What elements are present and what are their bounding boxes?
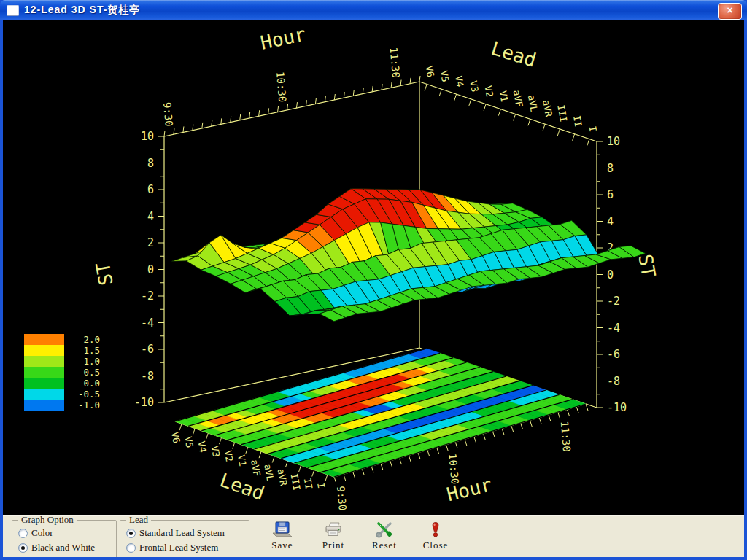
red-exclamation-icon (426, 521, 445, 538)
svg-text:V1: V1 (498, 90, 510, 103)
svg-text:Hour: Hour (258, 23, 307, 54)
floppy-disk-icon (273, 521, 292, 538)
svg-text:-4: -4 (607, 322, 620, 335)
svg-text:-2: -2 (607, 295, 620, 308)
svg-text:Lead: Lead (489, 37, 539, 71)
svg-text:0.5: 0.5 (83, 367, 100, 378)
svg-text:I: I (587, 125, 599, 133)
svg-text:aVR: aVR (275, 468, 289, 487)
radio-black-and-white-label: Black and White (31, 542, 95, 553)
plot-canvas[interactable]: 9:3010:3011:30V6V5V4V3V2V1aVFaVLaVRIIIII… (3, 20, 744, 515)
svg-text:4: 4 (147, 210, 154, 223)
svg-text:-1.0: -1.0 (78, 400, 100, 411)
close-button[interactable]: Close (410, 518, 461, 555)
save-button[interactable]: Save (257, 518, 308, 555)
svg-text:-2: -2 (141, 289, 154, 303)
svg-text:V5: V5 (438, 70, 451, 83)
svg-text:V4: V4 (196, 440, 209, 454)
print-button[interactable]: Print (308, 518, 359, 555)
svg-text:V2: V2 (482, 85, 495, 98)
graph-option-title: Graph Option (18, 515, 77, 526)
svg-text:1.0: 1.0 (83, 356, 100, 367)
color-legend: 2.01.51.00.50.0-0.5-1.0 (24, 334, 100, 411)
control-panel: Graph Option Color Black and White Lead … (3, 515, 744, 557)
svg-text:III: III (289, 472, 303, 491)
svg-text:2.0: 2.0 (83, 334, 100, 345)
close-window-button[interactable]: × (718, 3, 742, 20)
svg-text:aVL: aVL (526, 94, 540, 113)
application-window: 12-Lead 3D ST-贺桂亭 × 9:3010:3011:30V6V5V4… (0, 0, 747, 560)
svg-text:10: 10 (141, 130, 154, 143)
svg-text:0: 0 (607, 268, 614, 281)
svg-text:1.5: 1.5 (83, 345, 100, 356)
graph-option-groupbox: Graph Option Color Black and White (12, 520, 117, 557)
svg-text:9:30: 9:30 (335, 486, 349, 511)
svg-text:4: 4 (607, 215, 614, 228)
radio-color[interactable]: Color (18, 527, 116, 539)
svg-text:aVL: aVL (262, 463, 276, 482)
reset-button[interactable]: Reset (359, 518, 410, 555)
print-label: Print (322, 540, 344, 551)
svg-text:ST: ST (92, 260, 117, 287)
svg-text:10: 10 (607, 135, 620, 148)
svg-text:-10: -10 (134, 396, 154, 409)
svg-text:V5: V5 (182, 435, 195, 448)
radio-standard-label: Standard Lead System (139, 527, 225, 539)
svg-text:I: I (315, 482, 327, 489)
svg-text:-6: -6 (607, 348, 620, 361)
svg-text:V4: V4 (453, 75, 466, 88)
radio-black-and-white[interactable]: Black and White (18, 542, 116, 553)
radio-standard-circle[interactable] (126, 529, 136, 538)
svg-text:6: 6 (147, 183, 154, 196)
svg-text:aVF: aVF (249, 459, 263, 478)
radio-frontal-label: Frontal Lead System (139, 542, 218, 553)
svg-text:0.0: 0.0 (83, 378, 100, 389)
svg-text:aVR: aVR (541, 99, 554, 118)
svg-text:V3: V3 (468, 79, 480, 93)
svg-text:II: II (302, 477, 314, 490)
svg-text:11:30: 11:30 (559, 421, 573, 452)
save-label: Save (271, 540, 293, 551)
toolbar: Save Print (257, 518, 461, 555)
window-title: 12-Lead 3D ST-贺桂亭 (24, 4, 140, 17)
svg-text:V6: V6 (169, 431, 182, 444)
lead-group-title: Lead (126, 515, 151, 526)
radio-frontal-circle[interactable] (126, 543, 136, 553)
radio-standard-lead-system[interactable]: Standard Lead System (126, 527, 249, 539)
radio-color-label: Color (31, 527, 53, 539)
svg-text:0: 0 (147, 263, 154, 276)
st-surface (171, 189, 646, 322)
svg-text:-8: -8 (141, 370, 154, 383)
svg-text:2: 2 (147, 236, 154, 249)
reset-label: Reset (372, 540, 397, 551)
svg-text:V3: V3 (209, 445, 222, 458)
svg-text:-0.5: -0.5 (78, 389, 100, 400)
svg-text:10:30: 10:30 (446, 453, 461, 484)
tools-icon (375, 521, 394, 538)
printer-icon (324, 521, 343, 538)
radio-color-circle[interactable] (18, 529, 28, 538)
svg-text:8: 8 (147, 157, 154, 170)
svg-text:ST: ST (634, 252, 659, 279)
svg-text:V6: V6 (423, 65, 436, 78)
close-label: Close (423, 540, 449, 551)
title-bar[interactable]: 12-Lead 3D ST-贺桂亭 × (0, 0, 747, 20)
lead-groupbox: Lead Standard Lead System Frontal Lead S… (120, 520, 249, 557)
svg-text:11:30: 11:30 (387, 47, 402, 78)
svg-text:II: II (571, 114, 584, 128)
svg-text:10:30: 10:30 (274, 71, 289, 103)
svg-text:8: 8 (607, 162, 614, 175)
svg-text:V2: V2 (222, 449, 235, 462)
radio-black-and-white-circle[interactable] (18, 543, 28, 553)
surface-plot[interactable]: 9:3010:3011:30V6V5V4V3V2V1aVFaVLaVRIIIII… (3, 20, 744, 515)
svg-text:V1: V1 (236, 454, 248, 467)
svg-text:-10: -10 (607, 401, 627, 414)
svg-text:-4: -4 (141, 316, 154, 330)
svg-text:-8: -8 (607, 375, 620, 388)
svg-text:-6: -6 (141, 343, 154, 356)
svg-text:III: III (555, 104, 569, 123)
radio-frontal-lead-system[interactable]: Frontal Lead System (126, 542, 249, 553)
app-icon (7, 5, 19, 16)
svg-text:aVF: aVF (511, 89, 525, 108)
svg-text:6: 6 (607, 188, 614, 201)
